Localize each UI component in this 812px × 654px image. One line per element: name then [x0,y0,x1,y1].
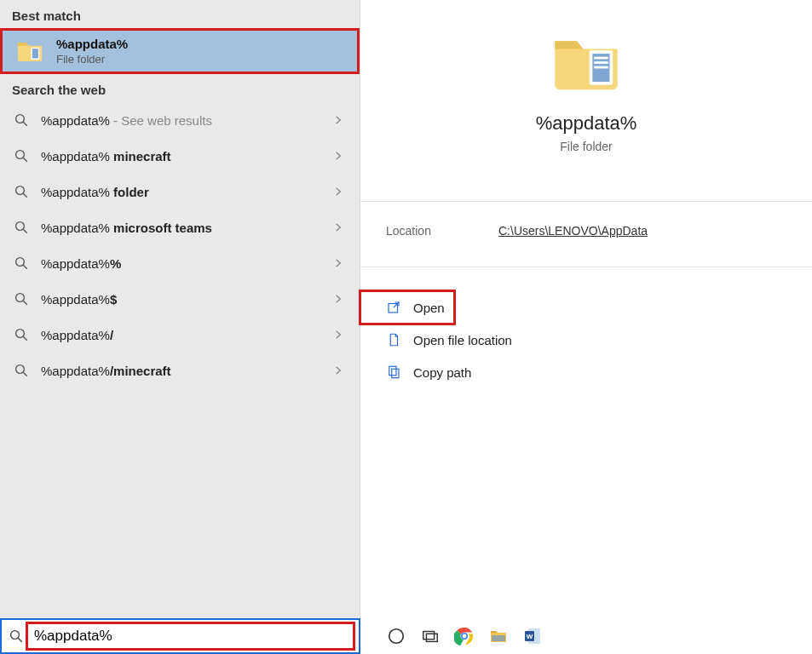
web-result-item[interactable]: %appdata% minecraft [0,138,360,174]
chevron-right-icon [332,186,344,198]
svg-rect-34 [492,635,505,641]
web-result-label: %appdata% microsoft teams [41,221,212,235]
divider [360,267,812,267]
svg-rect-25 [392,369,399,378]
best-match-title: %appdata% [56,37,128,51]
svg-point-2 [16,115,25,123]
svg-point-14 [16,330,25,338]
best-match-subtitle: File folder [56,53,128,66]
web-result-item[interactable]: %appdata%$ [0,281,360,317]
web-result-label: %appdata%/minecraft [41,364,171,378]
search-icon [14,363,29,378]
svg-line-15 [23,336,27,341]
details-title: %appdata% [536,112,637,135]
location-label: Location [386,224,498,238]
svg-rect-20 [594,57,608,60]
open-label: Open [413,301,445,315]
web-result-label: %appdata%$ [41,292,117,307]
web-result-item[interactable]: %appdata% microsoft teams [0,209,360,245]
open-icon [386,300,401,315]
search-the-web-header: Search the web [0,74,360,102]
chrome-icon[interactable] [452,624,476,648]
folder-icon [15,37,44,66]
svg-point-6 [16,186,25,195]
search-icon [14,255,29,271]
open-action[interactable]: Open [360,291,454,324]
chevron-right-icon [332,150,344,162]
chevron-right-icon [332,364,344,376]
divider [360,201,812,202]
search-icon [14,112,29,128]
svg-line-7 [23,193,27,198]
search-icon [14,291,29,307]
chevron-right-icon [332,329,344,341]
details-subtitle: File folder [560,140,612,153]
copy-icon [386,364,401,380]
cortana-icon[interactable] [384,624,408,648]
svg-line-5 [23,158,27,162]
web-result-label: %appdata%/ [41,328,113,342]
svg-text:W: W [527,633,533,640]
word-icon[interactable]: W [521,624,544,648]
svg-point-4 [16,151,25,159]
details-location-row: Location C:\Users\LENOVO\AppData [360,217,812,244]
search-icon [14,327,29,342]
web-results-list: %appdata% - See web results%appdata% min… [0,102,360,388]
svg-line-11 [23,265,27,269]
search-icon [14,184,29,199]
open-file-location-label: Open file location [413,333,512,347]
web-result-item[interactable]: %appdata%% [0,245,360,281]
web-result-label: %appdata% - See web results [41,113,212,128]
best-match-result[interactable]: %appdata% File folder [0,28,360,74]
svg-rect-22 [594,66,608,69]
chevron-right-icon [332,114,344,126]
svg-line-9 [23,229,27,233]
search-input[interactable] [29,624,354,648]
taskbar-search-box[interactable] [0,618,360,654]
search-icon [14,148,29,164]
svg-rect-21 [594,61,608,64]
web-result-item[interactable]: %appdata% - See web results [0,102,360,138]
svg-line-17 [23,372,27,376]
web-result-label: %appdata% folder [41,185,149,199]
svg-point-26 [11,631,20,640]
taskbar: W [0,618,812,654]
chevron-right-icon [332,293,344,305]
svg-point-33 [463,634,467,639]
svg-point-8 [16,222,25,231]
file-explorer-icon[interactable] [487,624,510,648]
web-result-item[interactable]: %appdata%/ [0,317,360,353]
file-location-icon [386,332,401,347]
web-result-item[interactable]: %appdata%/minecraft [0,353,360,388]
copy-path-label: Copy path [413,365,471,380]
search-icon [9,628,24,644]
svg-point-10 [16,258,25,267]
copy-path-action[interactable]: Copy path [360,356,812,388]
location-value[interactable]: C:\Users\LENOVO\AppData [498,224,648,238]
search-results-panel: Best match %appdata% File folder Search … [0,0,360,618]
best-match-header: Best match [0,0,360,28]
task-view-icon[interactable] [418,624,442,648]
web-result-label: %appdata%% [41,256,121,271]
svg-line-27 [18,638,22,642]
svg-line-3 [23,122,27,126]
chevron-right-icon [332,221,344,233]
svg-point-16 [16,365,25,374]
svg-point-28 [389,629,404,644]
folder-icon [549,26,624,100]
search-icon [14,220,29,235]
open-file-location-action[interactable]: Open file location [360,324,812,356]
svg-line-13 [23,301,27,305]
svg-rect-30 [426,634,437,641]
taskbar-tray: W [360,618,812,654]
web-result-item[interactable]: %appdata% folder [0,174,360,209]
svg-point-12 [16,294,25,302]
svg-rect-24 [389,366,396,376]
web-result-label: %appdata% minecraft [41,149,171,164]
chevron-right-icon [332,257,344,269]
svg-rect-29 [423,632,435,640]
svg-rect-1 [32,49,38,58]
details-panel: %appdata% File folder Location C:\Users\… [360,0,812,618]
